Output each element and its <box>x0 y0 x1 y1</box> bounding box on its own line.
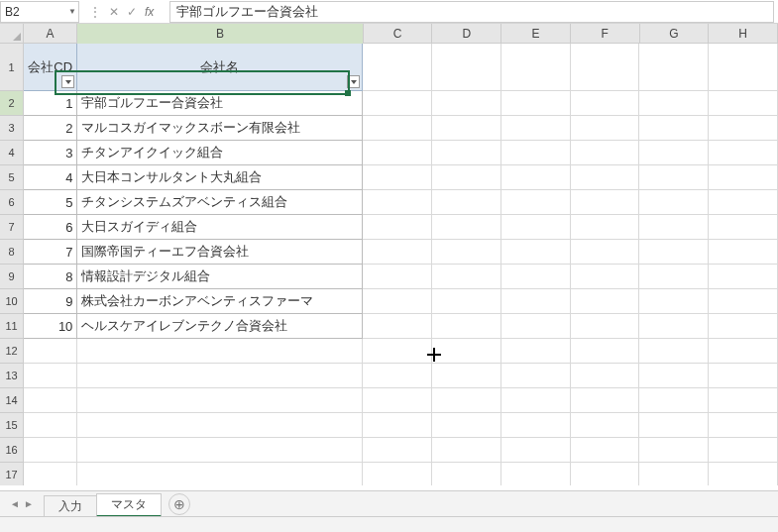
cell[interactable] <box>77 463 363 485</box>
cell[interactable] <box>639 190 709 215</box>
cell[interactable]: 会社CD <box>24 44 77 91</box>
cell[interactable] <box>709 240 778 265</box>
cell[interactable] <box>363 314 432 339</box>
cell[interactable] <box>501 141 571 165</box>
cell[interactable]: 国際帝国ティーエフ合資会社 <box>77 240 363 265</box>
cell[interactable] <box>571 165 640 190</box>
cell[interactable] <box>709 215 778 240</box>
cell[interactable] <box>571 364 640 388</box>
cell[interactable]: ヘルスケアイレブンテクノ合資会社 <box>77 314 363 339</box>
cell[interactable]: 宇部ゴルフエー合資会社 <box>77 91 363 116</box>
cell[interactable] <box>709 413 778 438</box>
cell[interactable] <box>24 438 77 463</box>
row-header-2[interactable]: 2 <box>0 91 23 116</box>
cell[interactable] <box>363 413 432 438</box>
cell[interactable] <box>363 265 432 289</box>
cell[interactable]: 大日本コンサルタント大丸組合 <box>77 165 363 190</box>
cell[interactable]: 5 <box>24 190 77 215</box>
cell[interactable]: 8 <box>24 265 77 289</box>
cell[interactable] <box>709 190 778 215</box>
cell[interactable] <box>709 116 778 141</box>
cell[interactable] <box>501 240 571 265</box>
cell[interactable] <box>639 388 709 413</box>
cell[interactable] <box>363 141 432 165</box>
cell[interactable]: 4 <box>24 165 77 190</box>
cell[interactable] <box>363 165 432 190</box>
cell[interactable] <box>77 413 363 438</box>
cell[interactable] <box>571 91 640 116</box>
cell[interactable]: チタンアイクイック組合 <box>77 141 363 165</box>
cell[interactable] <box>501 339 571 364</box>
cell[interactable] <box>639 265 709 289</box>
cell[interactable] <box>363 289 432 314</box>
column-header-D[interactable]: D <box>432 24 501 44</box>
cell[interactable] <box>709 364 778 388</box>
cell[interactable] <box>363 463 432 485</box>
cell[interactable] <box>571 190 640 215</box>
cell[interactable] <box>432 240 501 265</box>
cell[interactable]: 9 <box>24 289 77 314</box>
row-header-5[interactable]: 5 <box>0 165 23 190</box>
cell[interactable] <box>501 413 571 438</box>
row-header-4[interactable]: 4 <box>0 141 23 165</box>
cell[interactable] <box>639 413 709 438</box>
cell[interactable] <box>571 463 640 485</box>
cell[interactable]: 大日スガイディ組合 <box>77 215 363 240</box>
cell[interactable] <box>639 44 709 91</box>
filter-button[interactable] <box>347 75 360 88</box>
cell[interactable] <box>571 44 640 91</box>
cell[interactable] <box>709 141 778 165</box>
cell[interactable] <box>432 165 501 190</box>
cell[interactable] <box>501 165 571 190</box>
cell[interactable] <box>432 413 501 438</box>
row-header-13[interactable]: 13 <box>0 364 23 388</box>
row-header-12[interactable]: 12 <box>0 339 23 364</box>
cell[interactable] <box>432 265 501 289</box>
cell[interactable] <box>639 165 709 190</box>
cell[interactable] <box>77 339 363 364</box>
cell[interactable] <box>363 240 432 265</box>
cell[interactable] <box>432 44 501 91</box>
chevron-down-icon[interactable]: ▼ <box>68 7 76 16</box>
sheet-tab[interactable]: マスタ <box>96 493 162 517</box>
select-all-corner[interactable] <box>0 24 24 44</box>
cell[interactable] <box>709 289 778 314</box>
cell[interactable] <box>501 91 571 116</box>
cell[interactable] <box>24 463 77 485</box>
row-header-1[interactable]: 1 <box>0 44 23 91</box>
column-header-H[interactable]: H <box>709 24 778 44</box>
cell[interactable] <box>363 339 432 364</box>
cell[interactable] <box>363 116 432 141</box>
cell[interactable] <box>363 388 432 413</box>
cell[interactable] <box>709 388 778 413</box>
cell[interactable]: 10 <box>24 314 77 339</box>
name-box[interactable]: B2 ▼ <box>0 1 79 23</box>
cell[interactable] <box>432 364 501 388</box>
cell[interactable] <box>501 215 571 240</box>
row-header-15[interactable]: 15 <box>0 413 23 438</box>
filter-button[interactable] <box>61 75 74 88</box>
cell[interactable] <box>24 364 77 388</box>
column-header-F[interactable]: F <box>571 24 640 44</box>
cell[interactable] <box>501 463 571 485</box>
cell[interactable] <box>501 289 571 314</box>
cell[interactable] <box>571 314 640 339</box>
cell[interactable]: 7 <box>24 240 77 265</box>
cell[interactable] <box>432 463 501 485</box>
new-sheet-button[interactable]: ⊕ <box>168 493 190 515</box>
row-header-10[interactable]: 10 <box>0 289 23 314</box>
cell[interactable] <box>501 265 571 289</box>
cell[interactable] <box>24 388 77 413</box>
row-header-8[interactable]: 8 <box>0 240 23 265</box>
cell[interactable] <box>432 190 501 215</box>
cell[interactable] <box>363 364 432 388</box>
cell[interactable] <box>501 388 571 413</box>
cell[interactable] <box>363 44 432 91</box>
cell[interactable] <box>709 165 778 190</box>
cell[interactable] <box>709 438 778 463</box>
cell[interactable] <box>363 91 432 116</box>
more-icon[interactable]: ⋮ <box>89 5 101 19</box>
cell[interactable] <box>571 265 640 289</box>
cell[interactable] <box>639 339 709 364</box>
cell[interactable] <box>639 91 709 116</box>
